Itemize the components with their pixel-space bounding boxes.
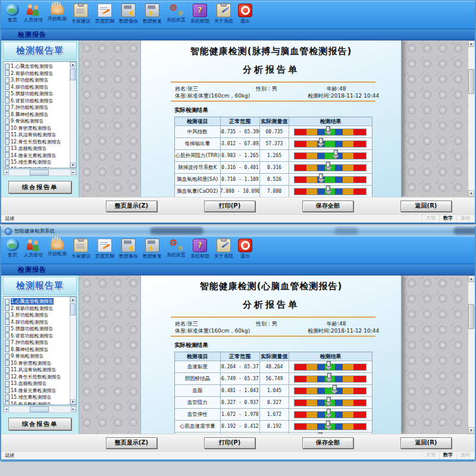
sidebar-item-12[interactable]: 12.骨生长指数检测报告 <box>5 374 70 381</box>
sidebar-item-5[interactable]: 5.胰腺功能检测报告 <box>5 90 70 98</box>
footer-button-3[interactable]: 保存全部 <box>302 201 353 212</box>
bar-segment <box>335 376 343 382</box>
listbox-hscrollbar[interactable]: ◄ ► <box>3 169 77 176</box>
sidebar-item-6[interactable]: 6.肾脏功能检测报告 <box>5 333 70 340</box>
listbox-hscrollbar[interactable]: ◄ ► <box>3 406 77 413</box>
scroll-right-icon[interactable]: ► <box>71 170 76 175</box>
toolbar-button-system-settings[interactable]: 系统设置 <box>164 3 188 24</box>
footer-button-4[interactable]: 返回(R) <box>400 437 452 449</box>
sidebar-item-16[interactable]: 16.氨基酸检测报告 <box>5 401 70 405</box>
footer-button-2[interactable]: 打印(P) <box>204 437 255 449</box>
sidebar-item-9[interactable]: 9.骨病检测报告 <box>5 353 70 360</box>
toolbar-button-start-check[interactable]: 开始检测 <box>45 238 69 258</box>
bar-segment <box>343 388 353 394</box>
toolbar-button-system-help[interactable]: 系统帮助 <box>188 3 212 25</box>
sidebar-item-7[interactable]: 7.肺功能检测报告 <box>5 339 70 346</box>
scroll-thumb[interactable] <box>468 69 474 94</box>
toolbar-button-data-backup[interactable]: 数据备份 <box>117 3 140 25</box>
scroll-left-icon[interactable]: ◄ <box>4 170 9 175</box>
sidebar-item-16[interactable]: 16.氨基酸检测报告 <box>5 166 70 168</box>
scroll-thumb[interactable] <box>30 406 49 412</box>
sidebar-item-3[interactable]: 3.肝功能检测报告 <box>5 312 70 319</box>
sidebar-item-1[interactable]: 1.心脑血管检测报告 <box>5 298 70 305</box>
column-header: 实际测量值 <box>259 352 289 361</box>
scroll-down-icon[interactable]: ▼ <box>70 162 76 168</box>
toolbar-button-start-check[interactable]: 开始检测 <box>45 3 69 23</box>
sidebar-item-1[interactable]: 1.心脑血管检测报告 <box>5 63 70 70</box>
toolbar-button-data-restore[interactable]: 数据恢复 <box>140 3 164 25</box>
footer-button-3[interactable]: 保存全部 <box>302 437 353 449</box>
sidebar-item-11[interactable]: 11.风湿骨病检测报告 <box>5 131 70 139</box>
footer-button-4[interactable]: 返回(R) <box>400 201 452 212</box>
scroll-up-icon[interactable]: ▲ <box>70 62 76 67</box>
titlebar[interactable]: 智能健康检测系统 <box>1 226 475 236</box>
sidebar-item-15[interactable]: 15.维生素检测报告 <box>5 159 70 166</box>
toolbar-button-exit[interactable]: 退出 <box>236 238 255 260</box>
sidebar-item-13[interactable]: 13.血糖检测报告 <box>5 380 70 387</box>
toolbar-button-system-settings[interactable]: 系统设置 <box>164 238 188 259</box>
scroll-down-icon[interactable]: ▼ <box>468 190 474 197</box>
toolbar-button-expert-advice[interactable]: 专家建议 <box>69 3 93 25</box>
page-vscrollbar[interactable]: ▲ ▼ <box>468 275 475 434</box>
sidebar-item-4[interactable]: 4.胆功能检测报告 <box>5 319 70 326</box>
sidebar-item-8[interactable]: 8.脑神经检测报告 <box>5 111 70 118</box>
listbox-vscrollbar[interactable]: ▲ ▼ <box>70 62 76 168</box>
sidebar-item-10[interactable]: 10.骨密度检测报告 <box>5 360 70 367</box>
sidebar-item-12[interactable]: 12.骨生长指数检测报告 <box>5 139 70 146</box>
sidebar-item-11[interactable]: 11.风湿骨病检测报告 <box>5 367 70 374</box>
toolbar-button-about-system[interactable]: 关于系统 <box>212 3 236 25</box>
sidebar-item-9[interactable]: 9.骨病检测报告 <box>5 118 70 125</box>
sidebar-item-2[interactable]: 2.胃肠功能检测报告 <box>5 305 70 312</box>
scroll-thumb[interactable] <box>70 68 76 80</box>
toolbar-button-expert-advice[interactable]: 专家建议 <box>69 238 93 260</box>
footer-button-2[interactable]: 打印(P) <box>204 201 255 212</box>
sidebar-item-10[interactable]: 10.骨密度检测报告 <box>5 125 70 132</box>
sidebar-item-6[interactable]: 6.肾脏功能检测报告 <box>5 98 70 105</box>
toolbar-button-home[interactable]: 首页 <box>4 238 21 259</box>
toolbar-button-users[interactable]: 人员管理 <box>21 3 45 24</box>
footer-button-1[interactable]: 整页显示(Z) <box>106 437 157 449</box>
document-icon <box>5 374 10 380</box>
toolbar-button-page-header-footer[interactable]: 页眉页脚 <box>93 238 117 260</box>
report-page: 智能健康检测(心脑血管检测报告) 分析报告单 姓名:张三 性别 : 男 年龄:4… <box>140 275 402 434</box>
toolbar-button-users[interactable]: 人员管理 <box>21 238 45 259</box>
toolbar-button-data-restore[interactable]: 数据恢复 <box>140 238 164 260</box>
sidebar-item-14[interactable]: 14.微量元素检测报告 <box>5 387 70 394</box>
sidebar-item-15[interactable]: 15.维生素检测报告 <box>5 394 70 401</box>
scroll-down-icon[interactable]: ▼ <box>468 427 474 434</box>
listbox-vscrollbar[interactable]: ▲ ▼ <box>70 297 76 405</box>
sidebar-item-14[interactable]: 14.微量元素检测报告 <box>5 152 70 159</box>
comprehensive-report-button[interactable]: 综合报告单 <box>8 181 71 193</box>
scroll-thumb[interactable] <box>468 304 474 329</box>
toolbar-button-data-backup[interactable]: 数据备份 <box>117 238 140 260</box>
toolbar-button-page-header-footer[interactable]: 页眉页脚 <box>93 3 117 25</box>
footer-buttons: 整页显示(Z)打印(P)保存全部返回(R) <box>1 434 475 451</box>
scroll-right-icon[interactable]: ► <box>71 406 76 412</box>
scroll-thumb[interactable] <box>30 170 49 176</box>
sidebar-item-13[interactable]: 13.血糖检测报告 <box>5 145 70 152</box>
toolbar-button-exit[interactable]: 退出 <box>236 3 255 25</box>
comprehensive-report-button[interactable]: 综合报告单 <box>8 418 71 430</box>
sidebar-item-2[interactable]: 2.胃肠功能检测报告 <box>5 70 70 77</box>
page-vscrollbar[interactable]: ▲ ▼ <box>468 40 475 197</box>
scroll-left-icon[interactable]: ◄ <box>4 406 9 412</box>
sidebar-item-8[interactable]: 8.脑神经检测报告 <box>5 346 70 353</box>
scroll-up-icon[interactable]: ▲ <box>468 40 474 47</box>
sidebar-item-label: 16.氨基酸检测报告 <box>11 166 52 168</box>
sidebar-item-3[interactable]: 3.肝功能检测报告 <box>5 77 70 84</box>
tab-detection-report[interactable]: 检测报告 <box>18 265 46 274</box>
sidebar-item-label: 7.肺功能检测报告 <box>11 339 49 346</box>
sidebar-item-4[interactable]: 4.胆功能检测报告 <box>5 84 70 91</box>
document-icon <box>5 84 10 90</box>
footer-button-1[interactable]: 整页显示(Z) <box>106 201 157 212</box>
sidebar-item-7[interactable]: 7.肺功能检测报告 <box>5 104 70 111</box>
sidebar-item-5[interactable]: 5.胰腺功能检测报告 <box>5 325 70 333</box>
scroll-down-icon[interactable]: ▼ <box>70 399 76 405</box>
toolbar-button-system-help[interactable]: 系统帮助 <box>188 238 212 260</box>
toolbar-button-about-system[interactable]: 关于系统 <box>212 238 236 260</box>
toolbar-button-home[interactable]: 首页 <box>4 3 21 24</box>
scroll-up-icon[interactable]: ▲ <box>468 275 474 282</box>
scroll-thumb[interactable] <box>70 303 76 315</box>
tab-detection-report[interactable]: 检测报告 <box>18 30 46 39</box>
scroll-up-icon[interactable]: ▲ <box>70 297 76 302</box>
